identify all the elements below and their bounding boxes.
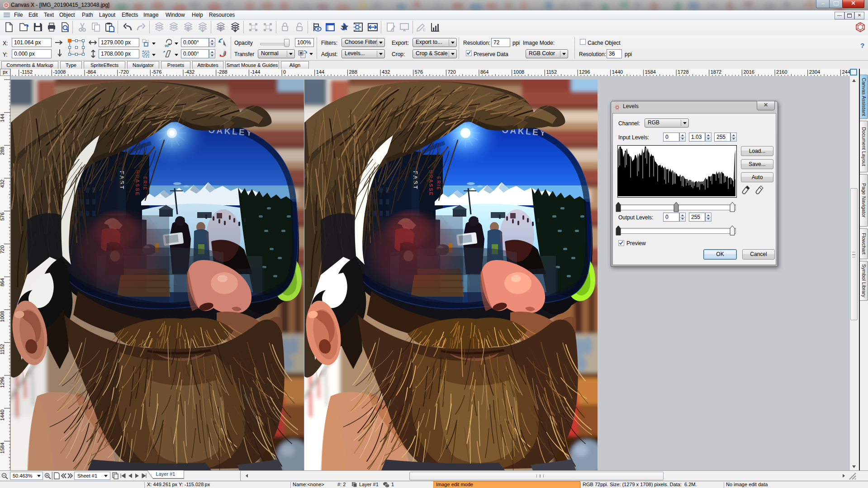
svg-text:720: 720 [447, 69, 455, 75]
svg-text:288: 288 [0, 147, 5, 155]
svg-text:288: 288 [349, 69, 357, 75]
svg-text:1728: 1728 [678, 69, 688, 75]
svg-text:1296: 1296 [0, 377, 5, 388]
svg-text:E: E [423, 28, 426, 32]
svg-text:-432: -432 [185, 69, 194, 75]
svg-text:2160: 2160 [776, 69, 787, 75]
svg-text:2448: 2448 [842, 69, 850, 75]
svg-text:144: 144 [316, 69, 324, 75]
svg-text:1008: 1008 [0, 311, 5, 322]
svg-text:1152: 1152 [0, 344, 5, 355]
svg-text:2016: 2016 [743, 69, 754, 75]
svg-text:864: 864 [0, 278, 5, 286]
svg-text:-864: -864 [86, 69, 96, 75]
svg-text:864: 864 [480, 69, 489, 75]
svg-text:-144: -144 [250, 69, 260, 75]
svg-text:1440: 1440 [612, 69, 623, 75]
svg-text:144: 144 [0, 114, 5, 122]
svg-text:1872: 1872 [711, 69, 721, 75]
svg-text:-1152: -1152 [20, 69, 33, 75]
svg-text:432: 432 [382, 69, 390, 75]
svg-text:-1008: -1008 [53, 69, 66, 75]
svg-text:2304: 2304 [809, 69, 820, 75]
svg-text:-720: -720 [119, 69, 129, 75]
svg-text:576: 576 [415, 69, 423, 75]
svg-text:0: 0 [283, 69, 286, 75]
svg-text:576: 576 [0, 213, 5, 221]
svg-text:-576: -576 [152, 69, 161, 75]
svg-text:1008: 1008 [513, 69, 524, 75]
svg-text:1584: 1584 [645, 69, 655, 75]
svg-text:90: 90 [165, 44, 169, 47]
svg-text:720: 720 [0, 245, 5, 253]
svg-text:1584: 1584 [0, 442, 5, 453]
svg-text:-288: -288 [218, 69, 228, 75]
svg-text:1296: 1296 [579, 69, 590, 75]
svg-text:1440: 1440 [0, 410, 5, 421]
svg-text:1152: 1152 [546, 69, 557, 75]
svg-text:432: 432 [0, 180, 5, 188]
